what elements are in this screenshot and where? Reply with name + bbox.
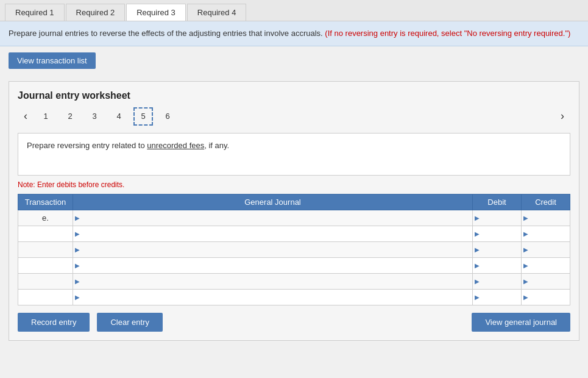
col-header-transaction: Transaction [18, 194, 73, 210]
worksheet-container: Journal entry worksheet ‹ 1 2 3 4 5 6 › … [9, 81, 579, 341]
table-row: e. [18, 210, 570, 226]
row4-credit-input[interactable] [522, 258, 570, 273]
nav-prev-arrow[interactable]: ‹ [18, 109, 34, 124]
row5-general-journal-input[interactable] [73, 274, 472, 289]
instructions-conditional-text: (If no reversing entry is required, sele… [325, 29, 570, 38]
row3-credit-input[interactable] [522, 242, 570, 257]
tab-required4[interactable]: Required 4 [187, 4, 247, 21]
row1-debit[interactable] [473, 210, 522, 226]
tabs-bar: Required 1 Required 2 Required 3 Require… [0, 0, 588, 21]
row6-debit[interactable] [473, 289, 522, 305]
nav-page-6[interactable]: 6 [158, 107, 177, 126]
row2-general-journal[interactable] [73, 226, 473, 241]
row5-debit[interactable] [473, 273, 522, 289]
row4-debit-input[interactable] [473, 258, 521, 273]
row4-credit[interactable] [522, 257, 570, 273]
table-row [18, 241, 570, 257]
row6-debit-input[interactable] [473, 290, 521, 305]
instructions-banner: Prepare journal entries to reverse the e… [0, 21, 588, 46]
nav-page-4[interactable]: 4 [109, 107, 129, 126]
instructions-main-text: Prepare journal entries to reverse the e… [9, 29, 323, 38]
row1-debit-input[interactable] [473, 210, 521, 226]
row4-general-journal-input[interactable] [73, 258, 472, 273]
tab-required2[interactable]: Required 2 [66, 4, 126, 21]
row3-credit[interactable] [522, 241, 570, 257]
row5-credit-input[interactable] [522, 274, 570, 289]
row1-general-journal[interactable] [73, 210, 473, 226]
row1-credit[interactable] [522, 210, 570, 226]
row6-transaction [18, 289, 73, 305]
nav-page-1[interactable]: 1 [36, 107, 55, 126]
tab-required1[interactable]: Required 1 [5, 4, 65, 21]
col-header-debit: Debit [473, 194, 522, 210]
row3-general-journal[interactable] [73, 241, 473, 257]
view-transaction-list-button[interactable]: View transaction list [9, 52, 96, 69]
table-row [18, 289, 570, 305]
row4-debit[interactable] [473, 257, 522, 273]
row2-credit-input[interactable] [522, 226, 570, 241]
row6-general-journal-input[interactable] [73, 290, 472, 305]
row3-debit[interactable] [473, 241, 522, 257]
row4-general-journal[interactable] [73, 257, 473, 273]
row2-debit[interactable] [473, 226, 522, 241]
nav-page-5[interactable]: 5 [133, 107, 153, 126]
col-header-general-journal: General Journal [73, 194, 473, 210]
row3-general-journal-input[interactable] [73, 242, 472, 257]
row1-credit-input[interactable] [522, 210, 570, 226]
entry-description-underline: unrecorded fees [147, 141, 204, 150]
bottom-buttons: Record entry Clear entry View general jo… [18, 313, 570, 332]
row2-credit[interactable] [522, 226, 570, 241]
row2-general-journal-input[interactable] [73, 226, 472, 241]
table-row [18, 273, 570, 289]
row4-transaction [18, 257, 73, 273]
journal-table: Transaction General Journal Debit Credit… [18, 194, 570, 305]
toolbar: View transaction list [0, 46, 588, 75]
row6-general-journal[interactable] [73, 289, 473, 305]
tab-required3[interactable]: Required 3 [126, 4, 186, 21]
row5-debit-input[interactable] [473, 274, 521, 289]
nav-page-2[interactable]: 2 [60, 107, 80, 126]
nav-next-arrow[interactable]: › [554, 109, 570, 124]
row2-debit-input[interactable] [473, 226, 521, 241]
row5-transaction [18, 273, 73, 289]
row6-credit-input[interactable] [522, 290, 570, 305]
entry-description-box: Prepare reversing entry related to unrec… [18, 133, 570, 176]
row1-general-journal-input[interactable] [73, 210, 472, 226]
note-text: Note: Enter debits before credits. [18, 180, 570, 189]
record-entry-button[interactable]: Record entry [18, 313, 90, 332]
row1-transaction: e. [18, 210, 73, 226]
col-header-credit: Credit [522, 194, 570, 210]
nav-row: ‹ 1 2 3 4 5 6 › [18, 107, 570, 126]
clear-entry-button[interactable]: Clear entry [97, 313, 163, 332]
row3-debit-input[interactable] [473, 242, 521, 257]
row5-general-journal[interactable] [73, 273, 473, 289]
row2-transaction [18, 226, 73, 241]
nav-page-3[interactable]: 3 [85, 107, 104, 126]
row5-credit[interactable] [522, 273, 570, 289]
worksheet-title: Journal entry worksheet [18, 90, 570, 101]
view-general-journal-button[interactable]: View general journal [472, 313, 570, 332]
row6-credit[interactable] [522, 289, 570, 305]
table-row [18, 226, 570, 241]
row3-transaction [18, 241, 73, 257]
table-row [18, 257, 570, 273]
